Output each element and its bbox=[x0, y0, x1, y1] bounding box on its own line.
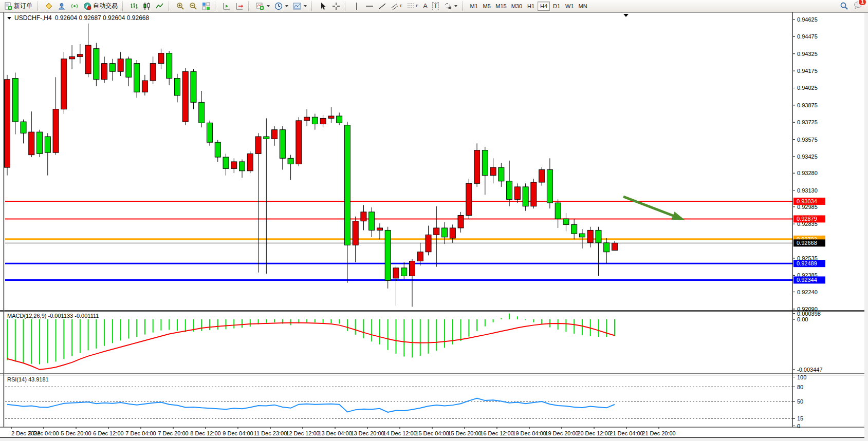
indicators-button[interactable] bbox=[254, 1, 272, 11]
search-button[interactable] bbox=[838, 1, 851, 11]
candle-body[interactable] bbox=[579, 234, 585, 237]
candle-body[interactable] bbox=[328, 116, 334, 118]
candle-body[interactable] bbox=[498, 167, 504, 181]
candle-body[interactable] bbox=[563, 219, 569, 224]
timeframe-m1-button[interactable]: M1 bbox=[468, 2, 480, 11]
candle-body[interactable] bbox=[12, 79, 18, 122]
candle-body[interactable] bbox=[434, 228, 439, 235]
timeframe-m15-button[interactable]: M15 bbox=[493, 2, 508, 11]
candle-body[interactable] bbox=[239, 162, 245, 171]
zoom-in-button[interactable] bbox=[174, 1, 187, 11]
candle-body[interactable] bbox=[458, 216, 464, 228]
candle-body[interactable] bbox=[377, 228, 382, 230]
candle-body[interactable] bbox=[426, 235, 431, 252]
candle-body[interactable] bbox=[369, 212, 375, 231]
candle-body[interactable] bbox=[353, 221, 358, 245]
candle-body[interactable] bbox=[547, 170, 552, 203]
candle-body[interactable] bbox=[142, 81, 147, 92]
candle-body[interactable] bbox=[247, 154, 253, 170]
candle-body[interactable] bbox=[587, 230, 593, 242]
auto-trading-button[interactable]: 自动交易 bbox=[81, 1, 120, 11]
candle-body[interactable] bbox=[531, 182, 537, 206]
candle-body[interactable] bbox=[255, 137, 261, 154]
candle-body[interactable] bbox=[288, 158, 293, 164]
text-label-button[interactable]: T bbox=[430, 1, 441, 11]
chart-shift-button[interactable] bbox=[220, 1, 233, 11]
candle-body[interactable] bbox=[37, 132, 43, 154]
tile-windows-button[interactable] bbox=[200, 1, 212, 11]
candle-body[interactable] bbox=[612, 243, 618, 250]
candle-body[interactable] bbox=[45, 137, 50, 152]
candle-body[interactable] bbox=[53, 109, 59, 153]
timeframe-h1-button[interactable]: H1 bbox=[525, 2, 537, 11]
candle-body[interactable] bbox=[401, 268, 407, 276]
candle-body[interactable] bbox=[174, 79, 180, 95]
community-button[interactable] bbox=[56, 1, 68, 11]
candle-body[interactable] bbox=[361, 212, 366, 221]
candle-body[interactable] bbox=[410, 261, 415, 276]
candle-body[interactable] bbox=[337, 116, 342, 123]
candle-body[interactable] bbox=[523, 187, 528, 206]
market-watch-button[interactable] bbox=[43, 1, 55, 11]
horizontal-line-button[interactable] bbox=[363, 1, 376, 11]
candle-body[interactable] bbox=[296, 121, 302, 164]
candle-body[interactable] bbox=[571, 224, 577, 234]
candle-body[interactable] bbox=[507, 181, 512, 200]
candle-body[interactable] bbox=[191, 71, 196, 102]
candle-body[interactable] bbox=[393, 268, 399, 278]
fibonacci-button[interactable]: F bbox=[405, 1, 420, 11]
signals-button[interactable] bbox=[68, 1, 81, 11]
candle-body[interactable] bbox=[167, 53, 172, 79]
timeframe-m30-button[interactable]: M30 bbox=[509, 2, 524, 11]
notifications-button[interactable]: 1 bbox=[854, 1, 863, 11]
timeframe-w1-button[interactable]: W1 bbox=[563, 2, 576, 11]
cursor-button[interactable] bbox=[317, 1, 329, 11]
symbol-dropdown-icon[interactable] bbox=[7, 17, 11, 20]
zoom-out-button[interactable] bbox=[187, 1, 199, 11]
channel-button[interactable]: E bbox=[389, 1, 404, 11]
auto-scroll-button[interactable] bbox=[233, 1, 246, 11]
candle-body[interactable] bbox=[344, 125, 350, 245]
candle-body[interactable] bbox=[555, 203, 561, 219]
candle-body[interactable] bbox=[514, 187, 520, 199]
candle-body[interactable] bbox=[5, 80, 10, 167]
candle-body[interactable] bbox=[474, 150, 480, 184]
candle-body[interactable] bbox=[118, 59, 123, 71]
candle-body[interactable] bbox=[29, 132, 34, 155]
candle-body[interactable] bbox=[417, 252, 423, 261]
candle-body[interactable] bbox=[85, 45, 91, 74]
candle-body[interactable] bbox=[385, 230, 391, 280]
candle-body[interactable] bbox=[134, 64, 140, 92]
candle-body[interactable] bbox=[94, 49, 99, 80]
timeframe-h4-button[interactable]: H4 bbox=[538, 2, 550, 11]
timeframe-d1-button[interactable]: D1 bbox=[550, 2, 563, 11]
crosshair-button[interactable] bbox=[330, 1, 342, 11]
candle-body[interactable] bbox=[280, 130, 285, 159]
candle-body[interactable] bbox=[69, 56, 75, 59]
periods-button[interactable] bbox=[272, 1, 290, 11]
candle-body[interactable] bbox=[150, 64, 156, 81]
candle-body[interactable] bbox=[199, 102, 205, 123]
candle-body[interactable] bbox=[604, 243, 610, 252]
arrows-button[interactable] bbox=[441, 1, 459, 11]
candle-body[interactable] bbox=[215, 142, 220, 157]
candle-body[interactable] bbox=[312, 117, 318, 124]
candle-body[interactable] bbox=[304, 117, 310, 121]
candle-body[interactable] bbox=[126, 59, 132, 78]
vertical-line-button[interactable] bbox=[350, 1, 363, 11]
candle-body[interactable] bbox=[109, 64, 115, 72]
candle-body[interactable] bbox=[272, 130, 278, 139]
new-order-button[interactable]: 新订单 bbox=[2, 1, 34, 11]
candle-body[interactable] bbox=[482, 150, 488, 176]
candle-body[interactable] bbox=[158, 53, 164, 64]
candle-body[interactable] bbox=[450, 228, 455, 238]
candle-body[interactable] bbox=[61, 59, 67, 109]
candle-body[interactable] bbox=[490, 167, 496, 176]
candle-body[interactable] bbox=[264, 137, 269, 139]
candle-body[interactable] bbox=[442, 228, 448, 237]
timeframe-mn-button[interactable]: MN bbox=[577, 2, 589, 11]
line-chart-button[interactable] bbox=[154, 1, 166, 11]
candle-body[interactable] bbox=[77, 54, 83, 56]
candle-body[interactable] bbox=[539, 170, 545, 182]
candle-body[interactable] bbox=[596, 230, 601, 242]
